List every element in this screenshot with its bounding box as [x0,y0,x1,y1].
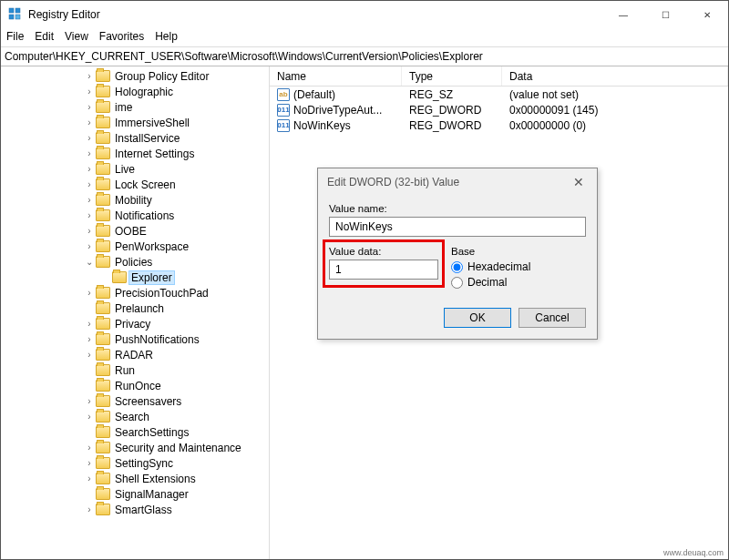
folder-icon [96,302,110,314]
tree-item-label: Live [113,163,137,176]
menu-view[interactable]: View [65,30,88,45]
expand-icon[interactable]: › [83,178,96,191]
expand-icon[interactable]: › [83,194,96,207]
value-data: 0x00000091 (145) [502,104,728,117]
radio-hexadecimal[interactable]: Hexadecimal [451,260,586,273]
col-name[interactable]: Name [270,66,402,86]
tree-item-prelaunch[interactable]: Prelaunch [1,300,267,316]
menu-favorites[interactable]: Favorites [99,30,144,45]
registry-value-row[interactable]: 011NoWinKeysREG_DWORD0x00000000 (0) [270,117,728,133]
expand-icon[interactable]: › [83,225,96,238]
expand-icon[interactable]: › [83,163,96,176]
radio-decimal[interactable]: Decimal [451,276,586,289]
tree-item-smartglass[interactable]: ›SmartGlass [1,502,267,517]
tree-item-notifications[interactable]: ›Notifications [1,208,267,223]
value-data-input[interactable] [329,260,438,280]
tree-item-penworkspace[interactable]: ›PenWorkspace [1,239,267,254]
expand-icon[interactable]: › [83,86,96,98]
tree-item-internet-settings[interactable]: ›Internet Settings [1,146,267,161]
expand-icon[interactable]: › [83,442,96,454]
registry-value-row[interactable]: 011NoDriveTypeAut...REG_DWORD0x00000091 … [270,102,728,117]
expand-icon[interactable]: › [83,457,96,470]
col-data[interactable]: Data [502,66,728,86]
expand-icon[interactable]: › [83,395,96,408]
expand-icon[interactable]: › [83,209,96,222]
expand-icon[interactable]: › [83,318,96,331]
expand-icon[interactable]: › [83,148,96,160]
tree-item-live[interactable]: ›Live [1,161,267,177]
radio-dec-input[interactable] [451,277,463,289]
tree-panel[interactable]: ›Group Policy Editor›Holographic›ime›Imm… [1,66,270,559]
tree-item-signalmanager[interactable]: SignalManager [1,486,267,502]
tree-item-policies[interactable]: ⌄Policies [1,254,267,270]
tree-item-label: SmartGlass [113,504,174,516]
tree-item-lock-screen[interactable]: ›Lock Screen [1,177,267,192]
col-type[interactable]: Type [402,66,502,86]
menu-help[interactable]: Help [155,30,178,45]
expand-icon [83,302,96,315]
folder-icon [96,70,110,82]
tree-item-explorer[interactable]: Explorer [1,270,267,285]
tree-item-group-policy-editor[interactable]: ›Group Policy Editor [1,68,267,84]
expand-icon[interactable]: › [83,333,96,346]
value-name: NoDriveTypeAut... [293,104,382,117]
tree-item-immersiveshell[interactable]: ›ImmersiveShell [1,115,267,130]
tree-item-shell-extensions[interactable]: ›Shell Extensions [1,471,267,486]
radio-hex-input[interactable] [451,261,463,273]
expand-icon[interactable]: › [83,349,96,361]
dialog-close-button[interactable]: ✕ [570,175,588,189]
tree-item-settingsync[interactable]: ›SettingSync [1,455,267,471]
cancel-button[interactable]: Cancel [519,308,586,328]
address-bar[interactable]: Computer\HKEY_CURRENT_USER\Software\Micr… [1,46,728,66]
menu-file[interactable]: File [6,30,24,45]
close-button[interactable]: ✕ [686,1,728,28]
expand-icon[interactable]: › [83,70,96,83]
expand-icon [83,426,96,439]
tree-item-mobility[interactable]: ›Mobility [1,192,267,208]
tree-item-privacy[interactable]: ›Privacy [1,316,267,331]
registry-value-row[interactable]: ab(Default)REG_SZ(value not set) [270,87,728,102]
tree-item-ime[interactable]: ›ime [1,99,267,115]
expand-icon[interactable]: › [83,473,96,485]
expand-icon[interactable]: › [83,411,96,423]
value-name-input[interactable] [329,217,586,237]
folder-icon [96,426,110,438]
base-label: Base [451,246,586,257]
tree-item-holographic[interactable]: ›Holographic [1,84,267,99]
menu-edit[interactable]: Edit [35,30,54,45]
expand-icon[interactable]: › [83,504,96,516]
tree-item-oobe[interactable]: ›OOBE [1,223,267,239]
expand-icon [83,364,96,377]
expand-icon[interactable]: › [83,101,96,114]
tree-item-runonce[interactable]: RunOnce [1,378,267,393]
ok-button[interactable]: OK [444,308,511,328]
expand-icon[interactable]: › [83,117,96,129]
string-value-icon: ab [277,88,290,101]
tree-item-label: Run [113,364,137,377]
expand-icon[interactable]: › [83,132,96,145]
tree-item-label: Explorer [129,271,174,284]
tree-item-run[interactable]: Run [1,362,267,378]
tree-item-radar[interactable]: ›RADAR [1,347,267,362]
tree-item-precisiontouchpad[interactable]: ›PrecisionTouchPad [1,285,267,300]
tree-item-searchsettings[interactable]: SearchSettings [1,424,267,440]
tree-item-label: ImmersiveShell [113,117,191,129]
tree-item-label: PenWorkspace [113,240,190,253]
tree-item-search[interactable]: ›Search [1,409,267,424]
folder-icon [96,473,110,484]
tree-item-installservice[interactable]: ›InstallService [1,130,267,146]
tree-item-security-and-maintenance[interactable]: ›Security and Maintenance [1,440,267,455]
tree-item-screensavers[interactable]: ›Screensavers [1,393,267,409]
expand-icon[interactable]: › [83,287,96,300]
minimize-button[interactable]: — [602,1,644,28]
value-name: NoWinKeys [293,119,351,132]
expand-icon[interactable]: ⌄ [83,256,96,269]
maximize-button[interactable]: ☐ [644,1,686,28]
expand-icon[interactable]: › [83,240,96,253]
tree-item-pushnotifications[interactable]: ›PushNotifications [1,331,267,347]
folder-icon [96,225,110,237]
tree-item-label: PushNotifications [113,333,201,346]
folder-icon [96,178,110,190]
value-data: (value not set) [502,88,728,101]
tree-item-label: Holographic [113,86,175,98]
